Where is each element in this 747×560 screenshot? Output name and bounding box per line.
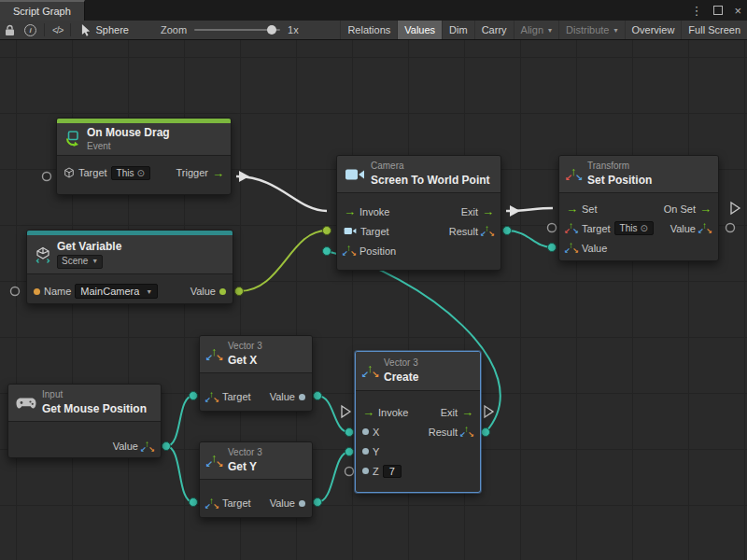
node-vector3-create[interactable]: ↑↙↘ Vector 3 Create → Invoke Exit → X <box>355 351 481 493</box>
transform-icon: ↑↙↘ <box>566 222 578 234</box>
node-get-x[interactable]: ↑↙↘ Vector 3 Get X ↑↙↘ Target Value <box>199 335 313 412</box>
overview-button[interactable]: Overview <box>625 21 682 39</box>
dropdown-caret-icon: ▼ <box>146 288 152 295</box>
port-exit-create[interactable] <box>485 406 493 417</box>
port-target-set-position[interactable] <box>548 224 557 232</box>
port-z-create[interactable] <box>345 468 354 476</box>
node-get-mouse-position[interactable]: Input Get Mouse Position Value ↑↙↘ <box>7 384 162 458</box>
port-label-name: Name <box>44 286 71 297</box>
wire-mouse-to-gety[interactable] <box>166 446 193 502</box>
port-label-target: Target <box>222 391 251 402</box>
port-target-screen-to-world[interactable] <box>323 227 331 235</box>
port-target-get-x[interactable] <box>190 392 198 400</box>
node-get-variable[interactable]: Get Variable Scene▼ Name MainCamera▼ Val… <box>26 230 233 304</box>
this-target-chip[interactable]: This⊙ <box>111 166 150 180</box>
port-label-result: Result <box>429 427 458 438</box>
port-position-screen-to-world[interactable] <box>323 247 331 256</box>
port-name-get-variable[interactable] <box>11 287 20 296</box>
flow-arrow-icon: → <box>699 203 712 215</box>
port-y-create[interactable] <box>345 448 354 456</box>
graph-target-label: Sphere <box>95 24 128 35</box>
flow-arrow-icon: → <box>344 205 356 217</box>
vector3-icon: ↑↙↘ <box>142 441 154 453</box>
port-value-in-set-position[interactable] <box>548 244 557 252</box>
port-value-get-y[interactable] <box>314 498 322 507</box>
toolbar-separator <box>70 23 71 36</box>
node-category: Transform <box>587 161 652 173</box>
chevron-down-icon: ▾ <box>614 26 618 35</box>
dim-button[interactable]: Dim <box>442 21 474 39</box>
port-on-set-out[interactable] <box>731 203 740 214</box>
node-title: Screen To World Point <box>371 174 490 188</box>
port-invoke-create[interactable] <box>342 406 350 417</box>
z-value-input[interactable]: 7 <box>383 465 402 478</box>
tab-label: Script Graph <box>13 6 71 17</box>
cursor-icon <box>81 24 92 36</box>
vector3-icon: ↑↙↘ <box>461 426 473 438</box>
port-result-screen-to-world[interactable] <box>503 227 512 235</box>
port-target-get-y[interactable] <box>190 498 198 507</box>
variable-scope-dropdown[interactable]: Scene▼ <box>57 255 103 269</box>
lock-button[interactable] <box>0 21 20 39</box>
fullscreen-button[interactable]: Full Screen <box>681 21 747 39</box>
port-value-out-set-position[interactable] <box>726 224 735 232</box>
port-label-position: Position <box>359 245 396 257</box>
wire-gety-to-y[interactable] <box>317 452 349 502</box>
align-button[interactable]: Align▾ <box>514 21 558 39</box>
tab-script-graph[interactable]: Script Graph <box>0 0 85 21</box>
port-result-create[interactable] <box>482 428 490 437</box>
port-label-target: Target <box>78 167 107 178</box>
flow-arrow-icon: → <box>461 406 473 418</box>
flow-arrowhead <box>510 205 520 217</box>
window-maximize-icon[interactable] <box>708 0 728 21</box>
values-button[interactable]: Values <box>397 21 442 39</box>
node-screen-to-world-point[interactable]: Camera Screen To World Point → Invoke Ex… <box>336 155 501 271</box>
port-label-invoke: Invoke <box>359 206 389 217</box>
port-value-get-variable[interactable] <box>235 287 244 296</box>
wire-mouse-to-getx[interactable] <box>166 396 193 446</box>
wire-result-to-value[interactable] <box>507 231 552 247</box>
graph-target-breadcrumb[interactable]: Sphere <box>74 21 135 39</box>
wire-variable-to-target[interactable] <box>239 231 327 291</box>
info-button[interactable]: i <box>20 21 41 39</box>
node-set-position[interactable]: ↑↙↘ Transform Set Position → Set On Set … <box>558 155 719 261</box>
relations-button[interactable]: Relations <box>340 21 397 39</box>
transform-icon: ↑↙↘ <box>567 167 582 182</box>
port-label-value: Value <box>113 441 138 452</box>
port-label-value-out: Value <box>670 223 696 234</box>
port-label-y: Y <box>373 446 379 457</box>
vector3-icon: ↑↙↘ <box>206 497 218 510</box>
flow-arrow-icon: → <box>362 406 374 418</box>
gamepad-icon <box>16 397 36 410</box>
float-port-dot <box>362 448 369 455</box>
code-view-button[interactable]: </> <box>48 21 67 39</box>
port-target-on-mouse-drag[interactable] <box>43 173 51 181</box>
node-title: Get Mouse Position <box>42 402 147 416</box>
zoom-slider[interactable] <box>194 21 280 39</box>
this-target-chip[interactable]: This⊙ <box>614 221 654 235</box>
port-label-target: Target <box>582 223 611 234</box>
wire-trigger-to-invoke[interactable] <box>236 176 327 211</box>
window-close-icon[interactable]: × <box>728 0 747 21</box>
vector3-icon: ↑↙↘ <box>363 364 378 379</box>
port-x-create[interactable] <box>345 428 354 437</box>
carry-button[interactable]: Carry <box>474 21 514 39</box>
port-value-get-mouse-position[interactable] <box>162 442 171 451</box>
zoom-slider-thumb[interactable] <box>267 25 276 35</box>
node-on-mouse-drag[interactable]: On Mouse Drag Event Target This⊙ Trigger… <box>56 118 232 195</box>
toolbar-separator <box>44 23 45 36</box>
float-port-dot <box>299 500 305 507</box>
node-title: Set Position <box>587 174 652 188</box>
zoom-label: Zoom <box>161 21 187 39</box>
node-get-y[interactable]: ↑↙↘ Vector 3 Get Y ↑↙↘ Target Value <box>199 441 313 518</box>
window-menu-icon[interactable]: ⋮ <box>684 0 708 21</box>
dropdown-caret-icon: ▼ <box>92 258 98 266</box>
port-label-value: Value <box>190 286 216 297</box>
graph-canvas[interactable]: On Mouse Drag Event Target This⊙ Trigger… <box>0 40 747 560</box>
code-icon: </> <box>52 25 63 35</box>
variable-name-dropdown[interactable]: MainCamera▼ <box>75 284 158 299</box>
port-label-result: Result <box>449 226 478 237</box>
distribute-button[interactable]: Distribute▾ <box>558 21 624 39</box>
gameobject-icon <box>63 167 75 178</box>
port-value-get-x[interactable] <box>314 392 322 400</box>
